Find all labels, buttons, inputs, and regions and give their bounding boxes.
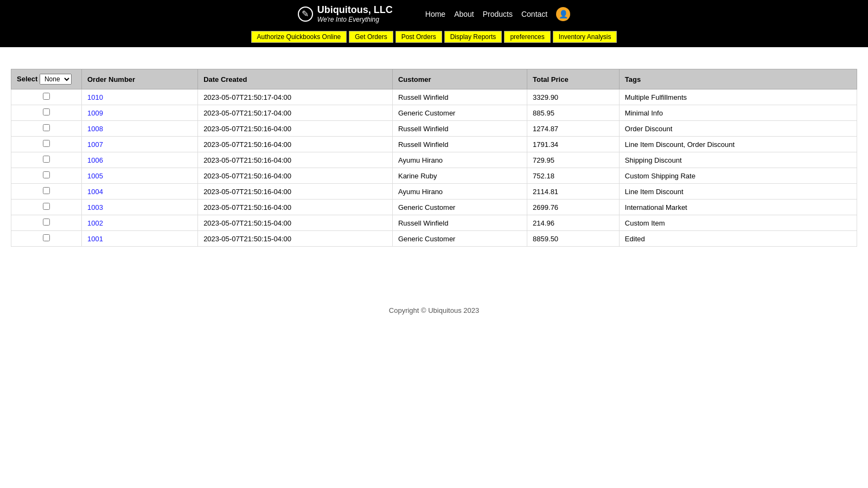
total-price-cell: 885.95: [527, 105, 620, 121]
order-number-cell[interactable]: 1009: [82, 105, 198, 121]
table-row: 10072023-05-07T21:50:16-04:00Russell Win…: [11, 137, 857, 152]
customer-cell: Generic Customer: [392, 105, 527, 121]
logo-icon: ✎: [298, 7, 313, 22]
date-created-cell: 2023-05-07T21:50:15-04:00: [198, 215, 393, 231]
tags-column-header: Tags: [619, 69, 857, 89]
table-row: 10102023-05-07T21:50:17-04:00Russell Win…: [11, 89, 857, 105]
table-row: 10062023-05-07T21:50:16-04:00Ayumu Hiran…: [11, 152, 857, 168]
row-checkbox-cell: [11, 89, 82, 105]
main-content: Select None Order Number Date Created Cu…: [0, 47, 868, 258]
footer: Copyright © Ubiquitous 2023: [0, 290, 868, 331]
row-checkbox[interactable]: [43, 234, 50, 241]
logo-tagline: We're Into Everything: [317, 16, 393, 23]
nav-contact[interactable]: Contact: [521, 10, 547, 18]
total-price-cell: 752.18: [527, 168, 620, 184]
select-none-dropdown[interactable]: None: [40, 74, 72, 85]
order-number-cell[interactable]: 1004: [82, 184, 198, 200]
row-checkbox-cell: [11, 200, 82, 215]
customer-cell: Generic Customer: [392, 231, 527, 247]
row-checkbox[interactable]: [43, 140, 50, 147]
order-number-cell[interactable]: 1010: [82, 89, 198, 105]
date-created-cell: 2023-05-07T21:50:17-04:00: [198, 89, 393, 105]
authorize-quickbooks-button[interactable]: Authorize Quickbooks Online: [251, 31, 347, 43]
table-row: 10082023-05-07T21:50:16-04:00Russell Win…: [11, 121, 857, 137]
customer-cell: Karine Ruby: [392, 168, 527, 184]
get-orders-button[interactable]: Get Orders: [349, 31, 393, 43]
row-checkbox[interactable]: [43, 124, 50, 131]
user-icon[interactable]: 👤: [556, 7, 570, 21]
tags-cell: Multiple Fulfillments: [619, 89, 857, 105]
date-created-cell: 2023-05-07T21:50:15-04:00: [198, 231, 393, 247]
table-row: 10092023-05-07T21:50:17-04:00Generic Cus…: [11, 105, 857, 121]
orders-table: Select None Order Number Date Created Cu…: [11, 69, 857, 247]
nav-about[interactable]: About: [454, 10, 474, 18]
row-checkbox[interactable]: [43, 219, 50, 226]
table-row: 10012023-05-07T21:50:15-04:00Generic Cus…: [11, 231, 857, 247]
select-column-header: Select None: [11, 69, 82, 89]
nav-home[interactable]: Home: [425, 10, 445, 18]
order-number-column-header: Order Number: [82, 69, 198, 89]
row-checkbox[interactable]: [43, 171, 50, 178]
table-row: 10042023-05-07T21:50:16-04:00Ayumu Hiran…: [11, 184, 857, 200]
tags-cell: International Market: [619, 200, 857, 215]
total-price-cell: 729.95: [527, 152, 620, 168]
customer-cell: Russell Winfield: [392, 215, 527, 231]
row-checkbox-cell: [11, 152, 82, 168]
row-checkbox[interactable]: [43, 156, 50, 163]
customer-cell: Russell Winfield: [392, 89, 527, 105]
order-number-cell[interactable]: 1007: [82, 137, 198, 152]
row-checkbox-cell: [11, 137, 82, 152]
order-number-cell[interactable]: 1006: [82, 152, 198, 168]
total-price-cell: 8859.50: [527, 231, 620, 247]
tags-cell: Order Discount: [619, 121, 857, 137]
display-reports-button[interactable]: Display Reports: [444, 31, 502, 43]
row-checkbox-cell: [11, 168, 82, 184]
row-checkbox[interactable]: [43, 203, 50, 210]
date-created-cell: 2023-05-07T21:50:16-04:00: [198, 200, 393, 215]
row-checkbox[interactable]: [43, 108, 50, 115]
row-checkbox[interactable]: [43, 187, 50, 194]
row-checkbox-cell: [11, 121, 82, 137]
table-header-row: Select None Order Number Date Created Cu…: [11, 69, 857, 89]
date-created-cell: 2023-05-07T21:50:16-04:00: [198, 168, 393, 184]
customer-cell: Russell Winfield: [392, 121, 527, 137]
date-created-cell: 2023-05-07T21:50:16-04:00: [198, 137, 393, 152]
inventory-analysis-button[interactable]: Inventory Analysis: [553, 31, 617, 43]
customer-cell: Ayumu Hirano: [392, 184, 527, 200]
tags-cell: Edited: [619, 231, 857, 247]
table-row: 10022023-05-07T21:50:15-04:00Russell Win…: [11, 215, 857, 231]
total-price-cell: 214.96: [527, 215, 620, 231]
order-number-cell[interactable]: 1003: [82, 200, 198, 215]
order-number-cell[interactable]: 1008: [82, 121, 198, 137]
logo-area: ✎ Ubiquitous, LLC We're Into Everything: [298, 4, 393, 23]
post-orders-button[interactable]: Post Orders: [395, 31, 442, 43]
order-number-cell[interactable]: 1005: [82, 168, 198, 184]
tags-cell: Custom Item: [619, 215, 857, 231]
header: ✎ Ubiquitous, LLC We're Into Everything …: [0, 0, 868, 28]
logo-name: Ubiquitous, LLC: [317, 4, 393, 16]
customer-cell: Russell Winfield: [392, 137, 527, 152]
row-checkbox-cell: [11, 105, 82, 121]
sub-nav: Authorize Quickbooks Online Get Orders P…: [0, 28, 868, 47]
nav-links: Home About Products Contact 👤: [425, 7, 570, 21]
total-price-cell: 2699.76: [527, 200, 620, 215]
preferences-button[interactable]: preferences: [504, 31, 550, 43]
order-number-cell[interactable]: 1002: [82, 215, 198, 231]
customer-cell: Generic Customer: [392, 200, 527, 215]
total-price-cell: 1791.34: [527, 137, 620, 152]
tags-cell: Line Item Discount, Order Discount: [619, 137, 857, 152]
footer-text: Copyright © Ubiquitous 2023: [389, 306, 479, 314]
date-created-cell: 2023-05-07T21:50:16-04:00: [198, 152, 393, 168]
row-checkbox[interactable]: [43, 93, 50, 100]
nav-products[interactable]: Products: [483, 10, 513, 18]
tags-cell: Custom Shipping Rate: [619, 168, 857, 184]
logo-text: Ubiquitous, LLC We're Into Everything: [317, 4, 393, 23]
customer-cell: Ayumu Hirano: [392, 152, 527, 168]
date-created-column-header: Date Created: [198, 69, 393, 89]
total-price-cell: 1274.87: [527, 121, 620, 137]
tags-cell: Shipping Discount: [619, 152, 857, 168]
order-number-cell[interactable]: 1001: [82, 231, 198, 247]
customer-column-header: Customer: [392, 69, 527, 89]
row-checkbox-cell: [11, 231, 82, 247]
date-created-cell: 2023-05-07T21:50:16-04:00: [198, 121, 393, 137]
